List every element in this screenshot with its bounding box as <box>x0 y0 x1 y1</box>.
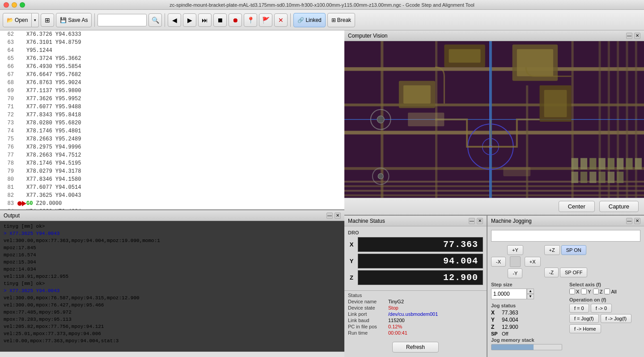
output-scrollbar[interactable] <box>0 352 344 357</box>
minus-z-button[interactable]: -Z <box>544 268 559 277</box>
jog-memory-label: Jog memory stack <box>491 337 562 343</box>
search-button[interactable]: 🔍 <box>148 13 162 27</box>
refresh-button[interactable]: Refresh <box>392 342 439 353</box>
line-number: 72 <box>2 112 17 118</box>
axis-x-checkbox[interactable]: X <box>569 289 579 294</box>
plus-z-button[interactable]: +Z <box>544 245 560 255</box>
code-line[interactable]: 74X78.1746 Y95.4801 <box>0 127 344 135</box>
minus-y-button[interactable]: -Y <box>508 268 522 278</box>
code-line[interactable]: 64Y95.1244 <box>0 47 344 55</box>
code-line[interactable]: 70X77.3626 Y95.9952 <box>0 95 344 103</box>
axis-all-checkbox[interactable]: All <box>604 289 616 294</box>
separator-1 <box>94 13 95 27</box>
code-editor[interactable]: 62X76.3726 Y94.633363X76.3101 Y94.875964… <box>0 30 344 209</box>
close-x-button[interactable]: ✕ <box>274 13 288 27</box>
z-checkbox-input[interactable] <box>593 289 599 294</box>
code-line[interactable]: 83G0 Z20.0000 <box>0 200 344 208</box>
jog-center-placeholder <box>510 256 521 267</box>
open-button[interactable]: 📂 Open <box>3 13 32 27</box>
minus-x-button[interactable]: -X <box>491 257 506 267</box>
code-line[interactable]: 63X76.3101 Y94.8759 <box>0 38 344 47</box>
f-to-home-button[interactable]: f -> Home <box>569 324 601 333</box>
code-line[interactable]: 71X77.6077 Y95.9488 <box>0 103 344 111</box>
svg-rect-49 <box>608 172 614 183</box>
code-line[interactable]: 76X78.2975 Y94.9996 <box>0 143 344 151</box>
x-checkbox-input[interactable] <box>569 289 575 294</box>
copy-button[interactable]: ⊞ <box>41 13 54 27</box>
code-line[interactable]: 82X77.3625 Y94.0043 <box>0 191 344 200</box>
pc-file-pos-val: 0.12% <box>388 324 402 329</box>
axis-y-checkbox[interactable]: Y <box>581 289 591 294</box>
step-size-input[interactable] <box>491 289 527 299</box>
maximize-button[interactable] <box>20 2 25 8</box>
step-button[interactable]: ⏭ <box>198 13 212 27</box>
jog-minimize[interactable]: — <box>626 218 632 224</box>
jog-status-label: Jog status <box>491 303 562 308</box>
output-close[interactable]: ✕ <box>335 212 341 219</box>
status-close[interactable]: ✕ <box>477 218 483 224</box>
status-minimize[interactable]: — <box>469 218 475 224</box>
code-line[interactable]: 67X76.6647 Y95.7682 <box>0 71 344 79</box>
code-line[interactable]: 72X77.8343 Y95.8418 <box>0 111 344 119</box>
f-eq-0-button[interactable]: f = 0 <box>569 304 589 313</box>
pin-button[interactable]: 📍 <box>244 13 257 27</box>
line-code: X77.6077 Y94.0514 <box>26 184 343 191</box>
f-to-jog-button[interactable]: f -> Jog(f) <box>601 314 631 323</box>
y-checkbox-input[interactable] <box>581 289 587 294</box>
line-number: 75 <box>2 136 17 142</box>
link-icon: 🔗 <box>297 17 304 23</box>
f-eq-jog-button[interactable]: f = Jog(f) <box>569 314 599 323</box>
output-line: > X77.3625 Y94.0043 <box>4 230 341 237</box>
code-line[interactable]: 81X77.6077 Y94.0514 <box>0 183 344 191</box>
search-input[interactable] <box>97 14 147 26</box>
code-line[interactable]: 78X78.1746 Y94.5195 <box>0 159 344 167</box>
code-line[interactable]: 62X76.3726 Y94.6333 <box>0 30 344 38</box>
play-button[interactable]: ▶ <box>183 13 196 27</box>
step-up-arrow[interactable]: ▲ <box>527 289 534 294</box>
step-down-arrow[interactable]: ▼ <box>527 294 534 299</box>
f-to-0-button[interactable]: f -> 0 <box>591 304 612 313</box>
jog-content: +Y -X +X -Y <box>487 226 644 354</box>
code-line[interactable]: 69X77.1137 Y95.9800 <box>0 87 344 95</box>
code-line[interactable]: 68X76.8763 Y95.9024 <box>0 79 344 87</box>
output-minimize[interactable]: — <box>326 212 333 219</box>
jog-close[interactable]: ✕ <box>634 218 640 224</box>
all-checkbox-label: All <box>611 289 616 294</box>
cv-close[interactable]: ✕ <box>634 33 640 39</box>
dro-z-row: Z 12.900 <box>348 270 483 285</box>
line-code: X76.3726 Y94.6333 <box>26 31 343 38</box>
nav-back-button[interactable]: ◀ <box>168 13 181 27</box>
save-as-button[interactable]: 💾 Save As <box>56 13 92 27</box>
sp-on-button[interactable]: SP ON <box>561 245 586 255</box>
code-line[interactable]: 65X76.3724 Y95.3662 <box>0 55 344 63</box>
plus-y-button[interactable]: +Y <box>507 245 523 255</box>
code-line[interactable]: 73X78.0280 Y95.6820 <box>0 119 344 127</box>
record-button[interactable]: ⏺ <box>229 13 242 27</box>
line-number: 83 <box>2 200 17 207</box>
break-label: Break <box>337 17 351 23</box>
code-line[interactable]: 77X78.2663 Y94.7512 <box>0 151 344 159</box>
flag-button[interactable]: 🚩 <box>259 13 272 27</box>
code-line[interactable]: 80X77.8346 Y94.1580 <box>0 175 344 183</box>
capture-button[interactable]: Capture <box>599 201 639 212</box>
break-button[interactable]: ⊞ Break <box>327 13 355 27</box>
axis-z-checkbox[interactable]: Z <box>593 289 603 294</box>
plus-x-button[interactable]: +X <box>525 257 541 267</box>
sp-off-button[interactable]: SP OFF <box>560 268 588 277</box>
stop-button[interactable]: ⏹ <box>213 13 227 27</box>
run-time-row: Run time 00:00:41 <box>348 330 483 336</box>
all-checkbox-input[interactable] <box>604 289 610 294</box>
code-line[interactable]: 75X78.2663 Y95.2489 <box>0 135 344 143</box>
open-dropdown[interactable]: ▾ <box>32 13 39 27</box>
center-button[interactable]: Center <box>559 201 595 212</box>
cv-minimize[interactable]: — <box>626 33 632 39</box>
line-code: X77.3626 Y95.9952 <box>26 96 343 102</box>
close-button[interactable] <box>4 2 9 8</box>
jog-command-input[interactable] <box>491 230 640 242</box>
code-line[interactable]: 66X76.4930 Y95.5854 <box>0 63 344 71</box>
minimize-button[interactable] <box>12 2 17 8</box>
dro-y-value: 94.004 <box>358 254 483 268</box>
code-line[interactable]: 79X78.0279 Y94.3178 <box>0 167 344 175</box>
line-marker <box>17 201 26 206</box>
linked-button[interactable]: 🔗 Linked <box>293 13 325 27</box>
